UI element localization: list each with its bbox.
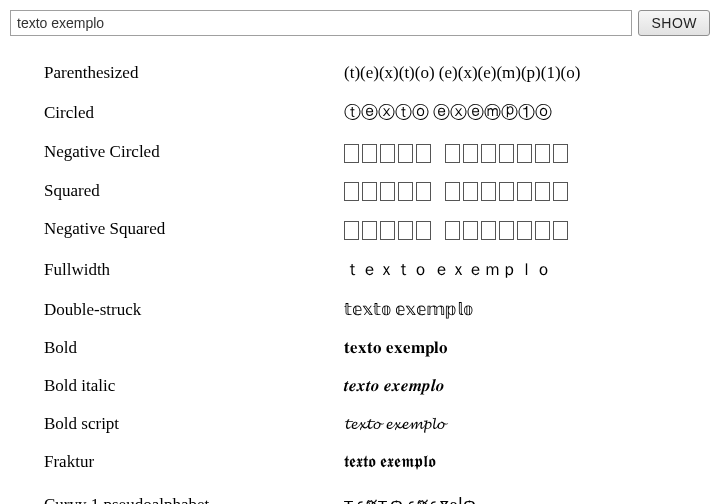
style-label: Negative Squared (44, 219, 344, 239)
style-label: Negative Circled (44, 142, 344, 162)
result-row: Bold italic𝒕𝒆𝒙𝒕𝒐 𝒆𝒙𝒆𝒎𝒑𝒍𝒐 (44, 367, 710, 405)
style-value: 𝐭𝐞𝐱𝐭𝐨 𝐞𝐱𝐞𝐦𝐩𝐥𝐨 (344, 338, 448, 358)
style-label: Circled (44, 103, 344, 123)
missing-glyph-box (398, 221, 413, 240)
missing-glyph-box (463, 221, 478, 240)
missing-glyph-box (481, 182, 496, 201)
missing-glyph-box (481, 221, 496, 240)
missing-glyph-box (535, 182, 550, 201)
missing-glyph-boxes (344, 144, 570, 163)
style-value: ⓣⓔⓧⓣⓞ ⓔⓧⓔⓜⓟ①ⓞ (344, 101, 552, 124)
missing-glyph-box (416, 182, 431, 201)
style-label: Double-struck (44, 300, 344, 320)
missing-glyph-box (445, 182, 460, 201)
missing-glyph-box (344, 144, 359, 163)
missing-glyph-box (535, 221, 550, 240)
missing-glyph-box (416, 144, 431, 163)
missing-glyph-box (380, 144, 395, 163)
result-row: Circledⓣⓔⓧⓣⓞ ⓔⓧⓔⓜⓟ①ⓞ (44, 92, 710, 133)
show-button[interactable]: SHOW (638, 10, 710, 36)
missing-glyph-box (344, 221, 359, 240)
missing-glyph-box (481, 144, 496, 163)
result-row: Parenthesized(t)(e)(x)(t)(o) (e)(x)(e)(m… (44, 54, 710, 92)
result-row: Double-struck𝕥𝕖𝕩𝕥𝕠 𝕖𝕩𝕖𝕞𝕡𝕝𝕠 (44, 290, 710, 329)
missing-glyph-box (535, 144, 550, 163)
style-value: (t)(e)(x)(t)(o) (e)(x)(e)(m)(p)(1)(o) (344, 63, 580, 83)
style-value (344, 142, 570, 163)
result-row: Bold𝐭𝐞𝐱𝐭𝐨 𝐞𝐱𝐞𝐦𝐩𝐥𝐨 (44, 329, 710, 367)
result-row: Negative Circled (44, 133, 710, 172)
style-value (344, 219, 570, 240)
style-value: 𝒕𝒆𝒙𝒕𝒐 𝒆𝒙𝒆𝒎𝒑𝒍𝒐 (344, 376, 445, 396)
missing-glyph-box (553, 221, 568, 240)
text-input[interactable] (10, 10, 632, 36)
missing-glyph-boxes (344, 221, 570, 240)
missing-glyph-box (463, 182, 478, 201)
missing-glyph-box (445, 144, 460, 163)
result-row: Bold script𝓽𝓮𝔁𝓽𝓸 𝓮𝔁𝓮𝓶𝓹𝓵𝓸 (44, 405, 710, 443)
style-value: 𝖙𝖊𝖝𝖙𝖔 𝖊𝖝𝖊𝖒𝖕𝖑𝖔 (344, 452, 436, 472)
missing-glyph-box (398, 144, 413, 163)
missing-glyph-box (445, 221, 460, 240)
style-value: ｔｅｘｔｏ ｅｘｅｍｐｌｏ (344, 258, 552, 281)
missing-glyph-box (517, 182, 532, 201)
style-label: Bold italic (44, 376, 344, 396)
missing-glyph-box (362, 182, 377, 201)
missing-glyph-box (499, 182, 514, 201)
result-row: Negative Squared (44, 210, 710, 249)
style-label: Fraktur (44, 452, 344, 472)
missing-glyph-box (499, 221, 514, 240)
missing-glyph-box (344, 182, 359, 201)
missing-glyph-box (380, 182, 395, 201)
missing-glyph-boxes (344, 182, 570, 201)
result-row: Fraktur𝖙𝖊𝖝𝖙𝖔 𝖊𝖝𝖊𝖒𝖕𝖑𝖔 (44, 443, 710, 481)
result-row: Curvy 1 pseudoalphabetԏﻉซԏѻ ﻉซﻉѫρﺎѻ (44, 481, 710, 504)
style-value: ԏﻉซԏѻ ﻉซﻉѫρﺎѻ (344, 490, 476, 504)
missing-glyph-box (362, 144, 377, 163)
results-list: Parenthesized(t)(e)(x)(t)(o) (e)(x)(e)(m… (10, 54, 710, 504)
style-value (344, 181, 570, 202)
style-value: 𝓽𝓮𝔁𝓽𝓸 𝓮𝔁𝓮𝓶𝓹𝓵𝓸 (344, 414, 445, 434)
missing-glyph-box (380, 221, 395, 240)
style-label: Bold script (44, 414, 344, 434)
style-label: Parenthesized (44, 63, 344, 83)
style-label: Squared (44, 181, 344, 201)
missing-glyph-box (517, 144, 532, 163)
style-label: Curvy 1 pseudoalphabet (44, 495, 344, 504)
style-value: 𝕥𝕖𝕩𝕥𝕠 𝕖𝕩𝕖𝕞𝕡𝕝𝕠 (344, 299, 473, 320)
missing-glyph-box (416, 221, 431, 240)
result-row: Fullwidthｔｅｘｔｏ ｅｘｅｍｐｌｏ (44, 249, 710, 290)
style-label: Bold (44, 338, 344, 358)
result-row: Squared (44, 172, 710, 211)
missing-glyph-box (553, 182, 568, 201)
missing-glyph-box (499, 144, 514, 163)
missing-glyph-box (398, 182, 413, 201)
missing-glyph-box (362, 221, 377, 240)
missing-glyph-box (553, 144, 568, 163)
missing-glyph-box (463, 144, 478, 163)
missing-glyph-box (517, 221, 532, 240)
style-label: Fullwidth (44, 260, 344, 280)
